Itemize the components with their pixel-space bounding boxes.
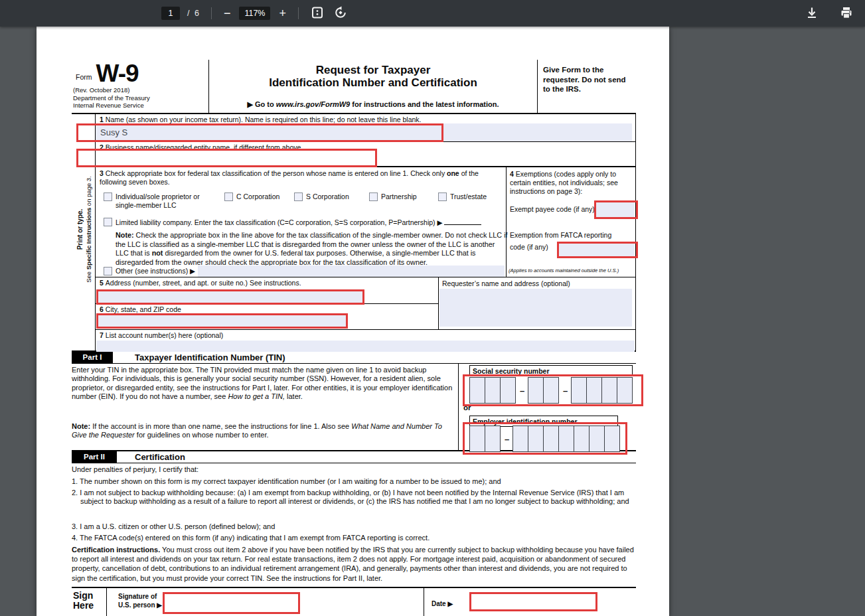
line4-label: 4Exemptions (codes apply only to certain…: [510, 170, 632, 196]
ein-digit-cell[interactable]: [574, 425, 590, 452]
address-input[interactable]: [98, 291, 363, 304]
ssn-boxes[interactable]: – –: [469, 377, 633, 404]
checkbox-icon[interactable]: [104, 218, 112, 226]
form-word: Form: [76, 73, 92, 84]
toolbar-separator: [298, 7, 299, 19]
certify-item-4: 4. The FATCA code(s) entered on this for…: [72, 534, 633, 542]
date-label: Date ▶: [432, 600, 453, 607]
zoom-in-button[interactable]: +: [277, 6, 287, 21]
checkbox-label: Individual/sole proprietor or single-mem…: [116, 193, 216, 210]
signature-label-2: U.S. person ▶: [118, 601, 162, 609]
irs-url: www.irs.gov/FormW9: [276, 100, 350, 108]
ein-digit-cell[interactable]: [485, 425, 501, 452]
line6-label: 6City, state, and ZIP code: [100, 305, 432, 314]
ein-digit-cell[interactable]: [469, 425, 485, 452]
ssn-digit-cell[interactable]: [528, 377, 544, 404]
ssn-digit-cell[interactable]: [485, 377, 501, 404]
ssn-digit-cell[interactable]: [500, 377, 516, 404]
checkbox-label: Partnership: [381, 193, 417, 201]
ein-digit-cell[interactable]: [512, 425, 528, 452]
rail-see-instructions: See Specific Instructions on page 3.: [84, 176, 93, 283]
download-button[interactable]: [804, 5, 820, 23]
print-button[interactable]: [838, 5, 854, 23]
form-title: Request for Taxpayer Identification Numb…: [209, 64, 537, 89]
form-number: W-9: [96, 62, 139, 84]
requester-input[interactable]: [439, 289, 632, 327]
line7-label: 7List account number(s) here (optional): [100, 331, 498, 340]
account-numbers-input[interactable]: [96, 341, 635, 352]
line5-label: 5Address (number, street, and apt. or su…: [100, 279, 432, 287]
checkbox-individual[interactable]: Individual/sole proprietor or single-mem…: [104, 193, 220, 210]
checkbox-trust-estate[interactable]: Trust/estate: [438, 193, 487, 201]
page-number-input[interactable]: 1: [161, 7, 180, 20]
form-header: Form W-9 (Rev. October 2018) Department …: [72, 60, 636, 114]
checkbox-partnership[interactable]: Partnership: [369, 193, 417, 201]
zoom-level-input[interactable]: 117%: [239, 7, 270, 20]
part2-badge: Part II: [72, 451, 117, 463]
rotate-counterclockwise-icon: [334, 6, 347, 21]
ein-boxes[interactable]: –: [469, 425, 620, 452]
ein-digit-cell[interactable]: [528, 425, 544, 452]
requester-label: Requester’s name and address (optional): [442, 279, 631, 288]
pdf-toolbar: 1 / 6 − 117% +: [0, 0, 865, 27]
checkbox-c-corporation[interactable]: C Corporation: [224, 193, 279, 201]
llc-classification-input[interactable]: [444, 218, 481, 225]
checkbox-label: C Corporation: [236, 193, 279, 201]
checkbox-icon[interactable]: [104, 193, 112, 201]
exempt-payee-input[interactable]: [596, 202, 635, 218]
business-name-input[interactable]: [96, 149, 441, 166]
page-separator: /: [187, 9, 191, 18]
llc-label: Limited liability company. Enter the tax…: [116, 218, 481, 227]
part1-note: Note: If the account is in more than one…: [72, 422, 458, 440]
checkbox-icon[interactable]: [369, 193, 378, 201]
checkbox-s-corporation[interactable]: S Corporation: [294, 193, 349, 201]
fatca-input[interactable]: [559, 244, 635, 258]
llc-note: Note: Check the appropriate box in the l…: [116, 231, 509, 267]
ein-digit-cell[interactable]: [543, 425, 559, 452]
name-input[interactable]: Susy S: [96, 123, 632, 141]
city-state-zip-input[interactable]: [98, 315, 347, 328]
zoom-out-button[interactable]: −: [222, 6, 232, 21]
page-total: 6: [195, 9, 200, 18]
here-word: Here: [73, 600, 94, 611]
checkbox-label: Trust/estate: [450, 193, 487, 201]
ein-digit-cell[interactable]: [604, 425, 620, 452]
ssn-digit-cell[interactable]: [469, 377, 485, 404]
checkbox-icon[interactable]: [104, 267, 112, 275]
ssn-digit-cell[interactable]: [586, 377, 602, 404]
ssn-digit-cell[interactable]: [601, 377, 617, 404]
part1-paragraph: Enter your TIN in the appropriate box. T…: [72, 366, 458, 402]
checkbox-icon[interactable]: [438, 193, 447, 201]
fatca-label-1: Exemption from FATCA reporting: [510, 231, 611, 240]
ssn-digit-cell[interactable]: [543, 377, 559, 404]
rail-print-or-type: Print or type.: [76, 176, 85, 283]
fit-page-button[interactable]: [309, 5, 325, 23]
applies-note: (Applies to accounts maintained outside …: [509, 268, 636, 273]
page-count: / 6: [187, 9, 200, 18]
fatca-label-2: code (if any): [510, 243, 548, 252]
certify-item-2: 2. I am not subject to backup withholdin…: [72, 489, 633, 506]
ssn-dash: –: [516, 386, 528, 396]
ssn-digit-cell[interactable]: [571, 377, 587, 404]
date-input[interactable]: [471, 594, 595, 610]
checkbox-icon[interactable]: [224, 193, 233, 201]
checkbox-icon[interactable]: [294, 193, 303, 201]
rotate-button[interactable]: [333, 5, 349, 23]
checkbox-llc[interactable]: Limited liability company. Enter the tax…: [104, 218, 502, 227]
other-label: Other (see instructions) ▶: [116, 267, 195, 275]
ssn-dash: –: [559, 386, 572, 396]
form-dept: Department of the Treasury: [73, 94, 204, 102]
download-icon: [805, 6, 819, 21]
part2-intro: Under penalties of perjury, I certify th…: [72, 465, 629, 474]
checkbox-label: S Corporation: [306, 193, 349, 201]
toolbar-separator: [211, 7, 212, 19]
ein-dash: –: [501, 434, 513, 444]
part1-title: Taxpayer Identification Number (TIN): [135, 352, 285, 362]
ein-digit-cell[interactable]: [589, 425, 605, 452]
checkbox-other[interactable]: Other (see instructions) ▶: [104, 267, 195, 275]
other-input[interactable]: [198, 266, 505, 277]
ein-digit-cell[interactable]: [558, 425, 574, 452]
signature-input[interactable]: [165, 594, 297, 613]
part2-title: Certification: [135, 452, 185, 462]
ssn-digit-cell[interactable]: [617, 377, 633, 404]
